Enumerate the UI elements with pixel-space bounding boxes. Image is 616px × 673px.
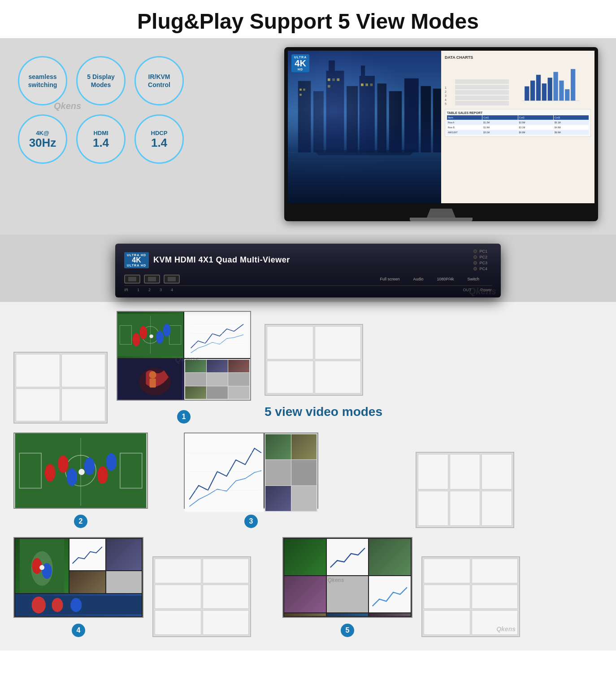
mode-blank-grid-left bbox=[13, 352, 108, 424]
svg-rect-18 bbox=[332, 79, 335, 81]
mode-3-badge: 3 bbox=[244, 515, 258, 528]
svg-rect-17 bbox=[328, 79, 330, 81]
blank-r4 bbox=[315, 361, 361, 394]
m4-chart-svg1 bbox=[69, 539, 105, 570]
mode-2-badge: 2 bbox=[74, 515, 87, 528]
led-dot-1 bbox=[473, 249, 477, 253]
b4-6 bbox=[203, 610, 249, 635]
svg-point-78 bbox=[52, 598, 63, 612]
m5c2 bbox=[327, 539, 369, 575]
mode-4-container: 4 bbox=[13, 537, 143, 637]
b5-5 bbox=[424, 610, 470, 635]
svg-point-52 bbox=[149, 371, 156, 378]
badge-4k: 4K@ 30Hz bbox=[18, 114, 67, 164]
mini-c1 bbox=[185, 360, 206, 372]
brand-ultrahd2: ULTRA HD bbox=[127, 264, 146, 267]
m4-cell4 bbox=[106, 571, 142, 593]
svg-rect-21 bbox=[361, 83, 364, 86]
page-header: Plug&Play Support 5 View Modes bbox=[0, 0, 616, 38]
chart-svg-mode1 bbox=[186, 314, 248, 356]
m5c5: Qkens bbox=[327, 576, 369, 612]
svg-rect-30 bbox=[548, 78, 552, 101]
ba2 bbox=[450, 454, 480, 489]
svg-point-45 bbox=[149, 334, 153, 338]
mode-3-display bbox=[184, 433, 318, 509]
svg-rect-14 bbox=[299, 89, 302, 91]
mini-c6 bbox=[228, 373, 249, 385]
svg-rect-5 bbox=[329, 61, 335, 76]
device-top: ULTRA HD 4K ULTRA HD KVM HDMI 4X1 Quad M… bbox=[124, 249, 492, 271]
usb-port-3[interactable] bbox=[164, 275, 180, 284]
badge-4k-num: 30Hz bbox=[29, 137, 56, 149]
svg-rect-66 bbox=[185, 434, 264, 511]
top-section: seamless switching 5 Display Modes IR/KV… bbox=[0, 38, 616, 235]
mode-4-blank-grid bbox=[152, 556, 251, 637]
doc-chart-title: DATA CHARTS bbox=[445, 54, 591, 61]
svg-rect-23 bbox=[370, 83, 373, 86]
svg-rect-53 bbox=[149, 378, 156, 387]
modes-row-2: 2 bbox=[13, 433, 603, 528]
mode-3-container: 3 bbox=[184, 433, 318, 528]
b5-3 bbox=[424, 585, 470, 609]
view-modes-title: 5 view video modes bbox=[265, 400, 382, 424]
mode-4-num: 4 bbox=[77, 626, 81, 634]
mode-5-blank-grid: Qkens bbox=[421, 556, 520, 637]
mode-5-display: Qkens bbox=[282, 537, 412, 618]
mini-c7 bbox=[185, 386, 206, 399]
m3c4 bbox=[291, 460, 317, 485]
tv-4k-hd: HD bbox=[298, 68, 303, 71]
mode-4-badge: 4 bbox=[72, 624, 85, 637]
svg-point-62 bbox=[84, 458, 95, 475]
led-dot-2 bbox=[473, 255, 477, 259]
cityscape-overlay bbox=[288, 112, 441, 203]
blank-cell-4 bbox=[61, 389, 106, 422]
svg-point-43 bbox=[156, 331, 164, 344]
led-label-1: PC1 bbox=[479, 249, 487, 253]
usb-port-1[interactable] bbox=[124, 275, 140, 284]
mode-1-container: Qkens 1 bbox=[117, 311, 251, 424]
tv-screen-left: ULTRA 4K HD bbox=[288, 51, 441, 203]
m4-svg1 bbox=[15, 539, 69, 593]
port-out: OUT bbox=[463, 288, 471, 292]
tv-4k-badge: ULTRA 4K HD bbox=[291, 54, 309, 72]
m4-bottom bbox=[15, 594, 142, 616]
badge-hdmi-num: 1.4 bbox=[93, 137, 109, 149]
badge-hdmi: HDMI 1.4 bbox=[76, 114, 126, 164]
bar-chart-svg bbox=[510, 63, 591, 104]
b4-4 bbox=[203, 585, 249, 609]
svg-rect-46 bbox=[186, 315, 248, 355]
btn-label-fullscreen: Full screen bbox=[380, 277, 399, 281]
ba3 bbox=[482, 454, 512, 489]
mini-c4 bbox=[185, 373, 206, 385]
b5-6 bbox=[472, 610, 518, 635]
mode-right-col: 5 view video modes bbox=[260, 324, 382, 424]
badge-display-modes-label: 5 Display Modes bbox=[81, 73, 121, 89]
b4-2 bbox=[203, 559, 249, 583]
svg-rect-28 bbox=[536, 75, 541, 101]
m3c6 bbox=[291, 486, 317, 511]
tv-stand bbox=[410, 209, 473, 221]
m5c7 bbox=[284, 613, 326, 616]
m5c4 bbox=[284, 576, 326, 612]
b4-5 bbox=[155, 610, 201, 635]
led-label-4: PC4 bbox=[479, 267, 487, 271]
b5-4 bbox=[472, 585, 518, 609]
blank-cell-3 bbox=[16, 389, 60, 422]
mini-c8 bbox=[207, 386, 228, 399]
blank-cell-2 bbox=[61, 354, 106, 387]
mini-c2 bbox=[207, 360, 228, 372]
mini-c3 bbox=[228, 360, 249, 372]
svg-rect-31 bbox=[553, 72, 558, 101]
tv-frame: ULTRA 4K HD bbox=[284, 47, 598, 221]
usb-port-2[interactable] bbox=[144, 275, 160, 284]
m3c3 bbox=[265, 460, 291, 485]
ba6 bbox=[482, 491, 512, 526]
mode-1-grid bbox=[117, 311, 251, 401]
mode-3-num: 3 bbox=[249, 517, 253, 525]
soccer-svg bbox=[117, 312, 183, 358]
mode-5-badge: 5 bbox=[341, 624, 354, 637]
mode-4-blank bbox=[152, 556, 251, 637]
svg-point-73 bbox=[42, 563, 52, 579]
badge-hdcp-num: 1.4 bbox=[151, 137, 167, 149]
badges-row-2: 4K@ 30Hz HDMI 1.4 HDCP 1.4 bbox=[18, 114, 188, 164]
